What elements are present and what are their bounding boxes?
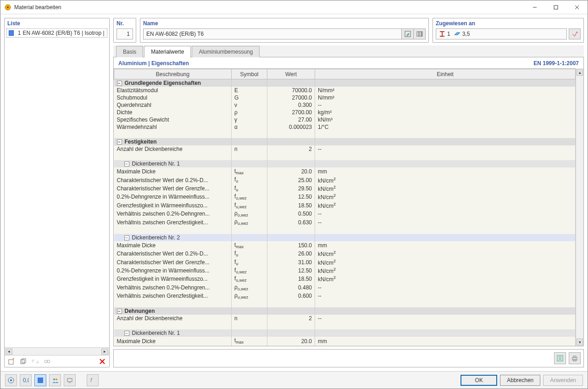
persons-button[interactable]: [49, 374, 61, 386]
ok-button[interactable]: OK: [460, 375, 497, 386]
print-button[interactable]: [569, 352, 581, 364]
apply-button: Anwenden: [543, 375, 583, 386]
svg-rect-6: [9, 360, 13, 364]
library-button[interactable]: [414, 28, 426, 39]
nr-input[interactable]: 1: [116, 28, 133, 39]
table-row[interactable]: Maximale Dicketmax20.0mm: [114, 167, 576, 176]
monitor-button[interactable]: [64, 374, 76, 386]
maximize-button[interactable]: [545, 0, 566, 14]
delete-item-button[interactable]: [97, 356, 107, 367]
table-row[interactable]: Anzahl der Dickenbereichen2--: [114, 145, 576, 153]
table-row[interactable]: [114, 322, 576, 329]
tab-materialwerte[interactable]: Materialwerte: [144, 46, 191, 57]
svg-point-9: [44, 360, 47, 363]
table-row[interactable]: 0.2%-Dehngrenze in Wärmeeinfluss...fo,we…: [114, 267, 576, 275]
close-button[interactable]: [566, 0, 588, 14]
clear-assigned-button[interactable]: [569, 28, 581, 39]
svg-rect-25: [67, 378, 72, 382]
svg-rect-13: [419, 32, 421, 36]
nr-label: Nr.: [114, 18, 136, 28]
new-item-button[interactable]: [6, 356, 17, 367]
table-row[interactable]: [114, 300, 576, 307]
list-item-text: EN AW-6082 (ER/B) T6 | Isotrop | Linea: [22, 30, 105, 36]
table-row[interactable]: Charakteristischer Wert der 0.2%-D...fo2…: [114, 250, 576, 258]
section-title: Aluminium | Eigenschaften: [118, 60, 189, 67]
table-row[interactable]: −Dehnungen: [114, 307, 576, 315]
footer: 0,00 f OK Abbrechen Anwenden: [0, 371, 588, 389]
export-button[interactable]: [554, 352, 566, 364]
scroll-left-icon[interactable]: ◂: [6, 349, 12, 355]
dialog-window: Material bearbeiten Liste 1 EN AW-6082 (…: [0, 0, 588, 389]
tab-basis[interactable]: Basis: [116, 46, 143, 57]
chain-button[interactable]: [42, 356, 52, 367]
scroll-down-icon[interactable]: ▾: [577, 339, 583, 345]
titlebar: Material bearbeiten: [0, 0, 588, 14]
table-row[interactable]: Grenzfestigkeit in Wärmeeinflusszo...fu,…: [114, 275, 576, 283]
vertical-scrollbar[interactable]: ▴ ▾: [576, 68, 583, 346]
table-row[interactable]: Verhältnis zwischen 0.2%-Dehngren...ρo,w…: [114, 210, 576, 218]
table-row[interactable]: Spezifisches Gewichtγ27.00kN/m³: [114, 116, 576, 123]
table-row[interactable]: Dichteρ2700.00kg/m³: [114, 109, 576, 116]
list-item[interactable]: 1 EN AW-6082 (ER/B) T6 | Isotrop | Linea: [6, 28, 107, 38]
tab-aluminiumbemessung[interactable]: Aluminiumbemessung: [192, 46, 260, 57]
list-toolbar: [5, 355, 109, 367]
plate-icon: [454, 31, 460, 37]
col-value[interactable]: Wert: [267, 69, 315, 79]
col-unit[interactable]: Einheit: [315, 69, 576, 79]
col-symbol[interactable]: Symbol: [232, 69, 267, 79]
svg-point-20: [10, 379, 12, 381]
help-button[interactable]: [5, 374, 17, 386]
table-row[interactable]: SchubmodulG27000.0N/mm²: [114, 94, 576, 101]
table-row[interactable]: Anzahl der Dickenbereichen2--: [114, 315, 576, 322]
table-row[interactable]: Querdehnzahlν0.300--: [114, 101, 576, 109]
function-button[interactable]: f: [87, 374, 99, 386]
table-row[interactable]: −Festigkeiten: [114, 138, 576, 145]
table-row[interactable]: Verhältnis zwischen Grenzfestigkeit...ρu…: [114, 292, 576, 300]
pick-name-button[interactable]: [402, 28, 414, 39]
table-row[interactable]: [114, 153, 576, 160]
properties-grid[interactable]: Beschreibung Symbol Wert Einheit −Grundl…: [114, 68, 576, 346]
table-row[interactable]: Wärmedehnzahlα0.0000231/°C: [114, 123, 576, 131]
scroll-up-icon[interactable]: ▴: [577, 69, 583, 76]
table-row[interactable]: Maximale Dicketmax20.0mm: [114, 337, 576, 345]
table-row[interactable]: Dehnungswert gemessen mit einer l...A80.…: [114, 345, 576, 346]
table-row[interactable]: Charakteristischer Wert der Grenzfe...fu…: [114, 258, 576, 267]
table-row[interactable]: 0.2%-Dehngrenze in Wärmeeinfluss...fo,we…: [114, 193, 576, 201]
horizontal-scrollbar[interactable]: ◂ ▸: [5, 347, 109, 355]
copy-item-button[interactable]: [18, 356, 28, 367]
table-row[interactable]: Maximale Dicketmax150.0mm: [114, 241, 576, 250]
table-row[interactable]: [114, 227, 576, 234]
app-icon: [4, 4, 11, 11]
assigned-input[interactable]: 1 3,5: [436, 28, 567, 39]
table-row[interactable]: −Dickenbereich Nr. 2: [114, 234, 576, 241]
tabs: Basis Materialwerte Aluminiumbemessung: [113, 45, 584, 57]
link-button[interactable]: [30, 356, 40, 367]
units-button[interactable]: 0,00: [20, 374, 32, 386]
name-input[interactable]: EN AW-6082 (ER/B) T6: [143, 28, 402, 39]
list-item-nr: 1: [16, 30, 21, 36]
svg-point-24: [55, 378, 57, 380]
norm-reference: EN 1999-1-1:2007: [533, 60, 579, 67]
table-row[interactable]: −Dickenbereich Nr. 1: [114, 160, 576, 167]
name-label: Name: [140, 18, 428, 28]
table-row[interactable]: Charakteristischer Wert der 0.2%-D...fo2…: [114, 176, 576, 184]
list-label: Liste: [5, 18, 109, 28]
col-description[interactable]: Beschreibung: [114, 69, 232, 79]
svg-point-10: [47, 360, 50, 363]
color-mode-button[interactable]: [34, 374, 46, 386]
table-row[interactable]: [114, 131, 576, 138]
table-row[interactable]: −Dickenbereich Nr. 1: [114, 329, 576, 337]
svg-rect-14: [422, 32, 422, 36]
cancel-button[interactable]: Abbrechen: [500, 375, 540, 386]
table-row[interactable]: Verhältnis zwischen Grenzfestigkeit...ρu…: [114, 218, 576, 226]
table-row[interactable]: Grenzfestigkeit in Wärmeeinflusszo...fu,…: [114, 201, 576, 210]
table-row[interactable]: −Grundlegende Eigenschaften: [114, 79, 576, 87]
table-row[interactable]: Charakteristischer Wert der Grenzfe...fu…: [114, 184, 576, 193]
assigned-label: Zugewiesen an: [433, 18, 583, 28]
table-row[interactable]: ElastizitätsmodulE70000.0N/mm²: [114, 87, 576, 94]
color-swatch-icon: [9, 30, 14, 36]
scroll-right-icon[interactable]: ▸: [101, 349, 108, 355]
material-list[interactable]: 1 EN AW-6082 (ER/B) T6 | Isotrop | Linea: [5, 28, 109, 347]
table-row[interactable]: Verhältnis zwischen 0.2%-Dehngren...ρo,w…: [114, 283, 576, 292]
minimize-button[interactable]: [524, 0, 545, 14]
